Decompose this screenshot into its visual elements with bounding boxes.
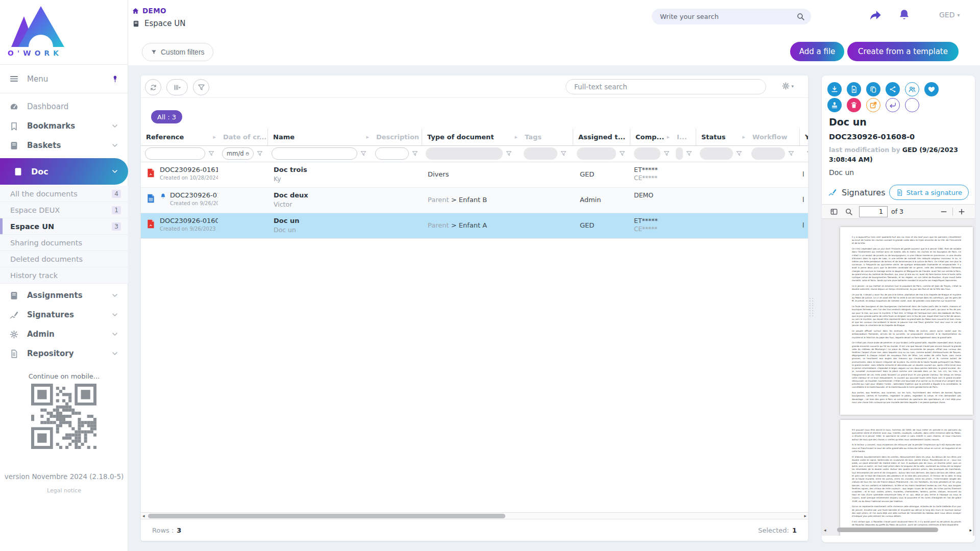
trash-button[interactable] [847, 98, 861, 112]
pdf-paragraph: Et d'abord, bourdonnement dans les oreil… [852, 456, 961, 503]
table-row-2[interactable]: DOC230926-01609-0Created on 9/26/2023 3:… [141, 188, 808, 213]
column-header-1[interactable]: Date of cr... [218, 129, 267, 145]
sidebar-item-assignments[interactable]: Assignments [0, 286, 128, 305]
breadcrumb-root[interactable]: DEMO [142, 7, 166, 15]
sidebar-item-doc[interactable]: Doc [0, 158, 128, 185]
date-filter-input[interactable]: mm/d [222, 147, 254, 160]
column-header-4[interactable]: Type of document▸ [422, 129, 520, 145]
filter-button[interactable] [193, 79, 209, 95]
filter-funnel-icon[interactable] [411, 150, 419, 157]
pin-icon[interactable] [111, 75, 119, 83]
copy-icon [869, 85, 877, 93]
column-header-0[interactable]: Reference▸ [141, 129, 218, 145]
download-button[interactable] [827, 82, 842, 96]
sidebar-item-sharing-documents[interactable]: Sharing documents [0, 235, 128, 251]
filter-funnel-icon[interactable] [208, 150, 215, 157]
viewer-search-icon[interactable] [845, 208, 853, 216]
filter-input[interactable] [145, 147, 205, 160]
scroll-left-arrow[interactable]: ◂ [142, 513, 145, 519]
column-header-10[interactable]: Workflow [747, 129, 799, 145]
sidebar-menu-toggle[interactable]: Menu [0, 64, 128, 93]
home-icon[interactable] [132, 7, 139, 15]
return-button[interactable] [886, 98, 900, 112]
tab-all-documents[interactable]: All : 3 [151, 110, 182, 123]
filter-funnel-icon[interactable] [788, 150, 795, 157]
share-forward-icon[interactable] [869, 9, 883, 22]
sidebar-item-deleted-documents[interactable]: Deleted documents [0, 251, 128, 267]
sidebar-item-signatures[interactable]: Signatures [0, 305, 128, 324]
scroll-right-arrow[interactable]: ▸ [804, 513, 806, 519]
filter-input[interactable] [375, 147, 409, 160]
submenu-label: Deleted documents [10, 255, 121, 263]
sidebar-item-all-documents[interactable]: All the documents 4 [0, 186, 128, 202]
start-signature-button[interactable]: Start a signature [889, 185, 969, 200]
filter-funnel-icon[interactable] [619, 150, 626, 157]
sidebar-item-bookmarks[interactable]: Bookmarks [0, 116, 128, 136]
sidebar-item-espace-deux[interactable]: Espace DEUX 1 [0, 202, 128, 218]
filter-funnel-icon[interactable] [360, 150, 367, 157]
external-link-button[interactable] [866, 98, 880, 112]
cell-assigned: GED [573, 213, 630, 238]
filter-funnel-icon[interactable] [806, 150, 808, 157]
column-header-3[interactable]: Description [371, 129, 422, 145]
columns-button[interactable] [166, 79, 188, 95]
column-header-2[interactable]: Name▸ [267, 129, 371, 145]
search-icon[interactable] [796, 12, 805, 21]
column-header-6[interactable]: Assigned t... [573, 129, 630, 145]
share-button[interactable] [886, 82, 900, 96]
filter-funnel-icon[interactable] [736, 150, 743, 157]
users-button[interactable] [905, 82, 919, 96]
filter-input[interactable] [272, 147, 357, 160]
column-header-9[interactable]: Status▸ [696, 129, 747, 145]
table-row-1[interactable]: DOC230926-01610-3Created on 10/28/2024 1… [141, 162, 808, 188]
copy-button[interactable] [866, 82, 880, 96]
column-header-5[interactable]: Tags [520, 129, 573, 145]
scrollbar-thumb[interactable] [148, 514, 505, 518]
global-search-input[interactable] [660, 13, 796, 20]
cell-name: Doc deux [274, 191, 369, 199]
sidebar-toggle-icon[interactable] [830, 208, 838, 216]
viewer-scroll-left-arrow[interactable]: ◂ [824, 527, 826, 534]
filter-funnel-icon[interactable] [256, 150, 263, 157]
column-header-8[interactable]: I... [672, 129, 696, 145]
column-header-7[interactable]: Comp...▸ [630, 129, 672, 145]
zoom-in-icon[interactable] [958, 208, 966, 216]
breadcrumb-page[interactable]: Espace UN [144, 19, 185, 28]
stamp-button[interactable] [827, 98, 842, 112]
fulltext-search-input[interactable] [574, 83, 757, 91]
viewer-scroll-right-arrow[interactable]: ▸ [969, 527, 972, 534]
sidebar-item-dashboard[interactable]: Dashboard [0, 97, 128, 116]
calendar-icon[interactable] [246, 151, 249, 157]
owork-logo[interactable] [7, 5, 84, 50]
sidebar-item-espace-un[interactable]: Espace UN 3 [0, 218, 128, 235]
legal-notice-link[interactable]: Legal notice [0, 487, 128, 494]
table-row-3[interactable]: DOC230926-01608-0Created on 9/26/2023 3:… [141, 213, 808, 239]
sidebar-item-baskets[interactable]: Baskets [0, 136, 128, 155]
sidebar-item-label: Repository [27, 349, 111, 358]
panel-resize-handle[interactable] [810, 298, 814, 316]
book-icon [13, 167, 23, 177]
user-menu[interactable]: GED ▾ [939, 11, 960, 19]
custom-filters-button[interactable]: Custom filters [142, 43, 213, 61]
filter-funnel-icon[interactable] [505, 150, 512, 157]
page-number-input[interactable] [859, 206, 888, 217]
refresh-icon [149, 83, 158, 92]
filter-funnel-icon[interactable] [663, 150, 670, 157]
add-file-button[interactable]: Add a file [790, 42, 844, 61]
file-upload-button[interactable] [847, 82, 861, 96]
sidebar-item-admin[interactable]: Admin [0, 324, 128, 344]
zoom-out-icon[interactable] [940, 208, 948, 216]
refresh-button[interactable] [145, 79, 161, 95]
chevron-down-icon [111, 167, 119, 176]
create-template-button[interactable]: Create from a template [847, 42, 959, 61]
sidebar-item-repository[interactable]: Repository [0, 344, 128, 363]
file-lines-button[interactable] [905, 98, 919, 112]
column-header-11[interactable]: Y... [799, 129, 808, 145]
filter-funnel-icon[interactable] [685, 150, 693, 157]
heart-button[interactable] [924, 82, 939, 96]
viewer-scrollbar-thumb[interactable] [837, 528, 938, 532]
filter-funnel-icon[interactable] [560, 150, 567, 157]
notifications-bell-icon[interactable] [897, 8, 911, 22]
table-settings-button[interactable]: ▾ [781, 82, 794, 90]
sidebar-item-history-track[interactable]: History track [0, 267, 128, 284]
